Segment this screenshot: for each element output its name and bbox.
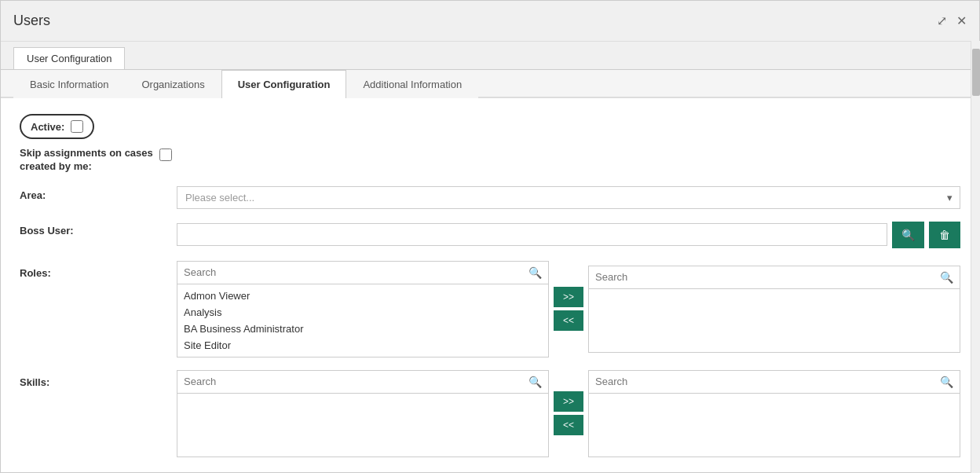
skills-right-search-icon: 🔍 — [940, 376, 953, 388]
roles-right-items — [589, 289, 960, 352]
active-row: Active: — [20, 114, 960, 139]
tab-basic-information[interactable]: Basic Information — [13, 70, 125, 98]
tab-organizations[interactable]: Organizations — [125, 70, 221, 98]
title-actions: ⤢ ✕ — [937, 13, 967, 28]
skills-dual-list: 🔍 >> << 🔍 — [177, 370, 960, 457]
tab-user-configuration[interactable]: User Configuration — [221, 70, 347, 98]
roles-left-items: Admon Viewer Analysis BA Business Admini… — [177, 284, 548, 357]
skills-right-panel: 🔍 — [588, 370, 960, 457]
roles-transfer-buttons: >> << — [554, 287, 583, 331]
skills-row: Skills: 🔍 >> — [20, 370, 960, 457]
skills-right-search-input[interactable] — [595, 376, 940, 387]
skills-label: Skills: — [20, 370, 177, 388]
boss-user-row: Boss User: 🔍 🗑 — [20, 222, 960, 248]
skip-row: Skip assignments on cases created by me: — [20, 147, 960, 174]
main-tab-bar: Basic Information Organizations User Con… — [1, 70, 979, 98]
boss-user-input[interactable] — [177, 223, 887, 246]
main-window: Users ⤢ ✕ User Configuration Basic Infor… — [0, 0, 980, 473]
list-item[interactable]: Admon Viewer — [177, 288, 548, 304]
skills-control: 🔍 >> << 🔍 — [177, 370, 960, 457]
active-label: Active: — [31, 121, 64, 133]
skip-checkbox[interactable] — [159, 148, 172, 161]
roles-label: Roles: — [20, 261, 177, 279]
search-icon: 🔍 — [901, 229, 915, 241]
scrollbar-thumb[interactable] — [972, 49, 980, 96]
skills-left-search-input[interactable] — [184, 376, 528, 387]
roles-left-search: 🔍 — [177, 262, 548, 284]
top-tab-bar: User Configuration — [1, 42, 979, 70]
roles-backward-button[interactable]: << — [554, 310, 583, 331]
skills-backward-button[interactable]: << — [554, 415, 583, 435]
roles-forward-button[interactable]: >> — [554, 287, 583, 307]
boss-user-input-row: 🔍 🗑 — [177, 222, 960, 248]
roles-row: Roles: 🔍 Admon Viewer Analysis — [20, 261, 960, 358]
area-row: Area: Please select... — [20, 186, 960, 209]
roles-left-panel: 🔍 Admon Viewer Analysis BA Business Admi… — [177, 261, 549, 358]
scrollbar-track — [971, 41, 980, 473]
roles-control: 🔍 Admon Viewer Analysis BA Business Admi… — [177, 261, 960, 358]
area-select[interactable]: Please select... — [177, 186, 960, 209]
skills-left-items — [177, 394, 548, 456]
expand-icon[interactable]: ⤢ — [937, 13, 947, 28]
skills-left-search: 🔍 — [177, 371, 548, 394]
area-select-wrapper: Please select... — [177, 186, 960, 209]
skills-left-search-icon: 🔍 — [528, 376, 542, 388]
roles-right-search-icon: 🔍 — [940, 271, 953, 284]
close-icon[interactable]: ✕ — [956, 13, 967, 28]
boss-user-control: 🔍 🗑 — [177, 222, 960, 248]
tab-additional-information[interactable]: Additional Information — [346, 70, 478, 98]
skills-forward-button[interactable]: >> — [554, 391, 583, 412]
active-checkbox[interactable] — [71, 120, 83, 133]
boss-user-label: Boss User: — [20, 222, 177, 236]
roles-right-panel: 🔍 — [588, 266, 960, 353]
roles-dual-list: 🔍 Admon Viewer Analysis BA Business Admi… — [177, 261, 960, 358]
form-content: Active: Skip assignments on cases create… — [1, 98, 979, 472]
boss-user-search-button[interactable]: 🔍 — [892, 222, 924, 248]
list-item[interactable]: Site Editor — [177, 337, 548, 354]
tab-top-user-config[interactable]: User Configuration — [13, 47, 125, 69]
content-area: Basic Information Organizations User Con… — [1, 70, 979, 472]
roles-left-search-input[interactable] — [184, 266, 528, 278]
area-control: Please select... — [177, 186, 960, 209]
skills-left-panel: 🔍 — [177, 370, 549, 457]
roles-right-search-input[interactable] — [595, 271, 940, 283]
window-title: Users — [13, 13, 50, 29]
skills-transfer-buttons: >> << — [554, 391, 583, 435]
skills-right-search: 🔍 — [589, 371, 960, 394]
boss-user-delete-button[interactable]: 🗑 — [929, 222, 960, 248]
title-bar: Users ⤢ ✕ — [1, 1, 979, 42]
skills-right-items — [589, 394, 960, 456]
roles-right-search: 🔍 — [589, 266, 960, 289]
list-item[interactable]: Analysis — [177, 304, 548, 321]
skip-label: Skip assignments on cases created by me: — [20, 147, 153, 174]
active-field-highlight: Active: — [20, 114, 94, 139]
trash-icon: 🗑 — [939, 229, 950, 241]
roles-left-search-icon: 🔍 — [528, 266, 542, 279]
area-label: Area: — [20, 186, 177, 201]
list-item[interactable]: BA Business Administrator — [177, 321, 548, 337]
